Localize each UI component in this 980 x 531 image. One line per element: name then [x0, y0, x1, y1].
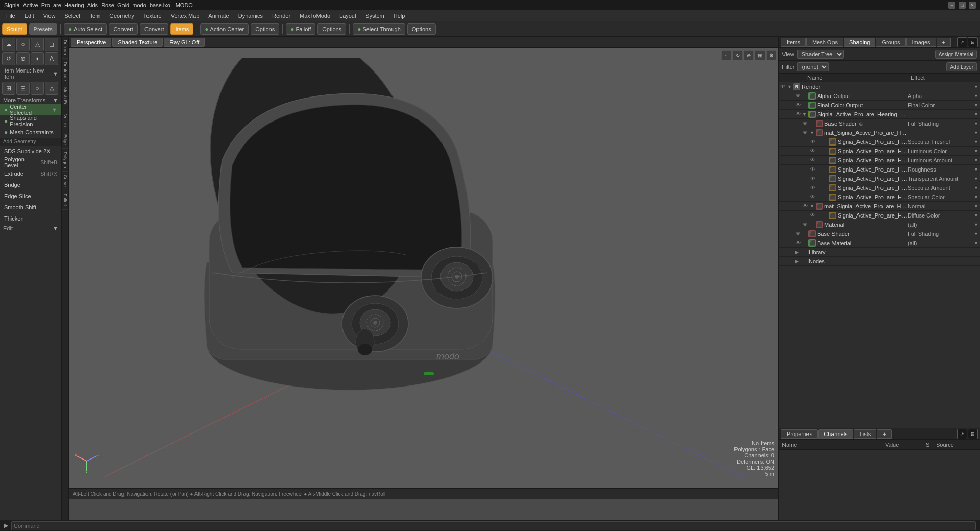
eye-gloss[interactable]: 👁	[808, 165, 817, 174]
tree-row-nodes[interactable]: ▶ Nodes	[779, 257, 980, 266]
tree-row-base-shader-top[interactable]: 👁 ⬛ Base Shader Full Shading ▼	[779, 229, 980, 238]
sphere-btn[interactable]: ○	[31, 82, 44, 95]
convert-button-2[interactable]: Convert	[140, 23, 169, 35]
menu-help[interactable]: Help	[389, 12, 409, 20]
tree-row-gloss[interactable]: 👁 ⬛ Signia_Active_Pro_are_Hearing_Aids_G…	[779, 165, 980, 174]
eye-refra[interactable]: 👁	[808, 175, 817, 183]
tool-btn-2[interactable]: ○	[16, 38, 30, 51]
expand-library[interactable]: ▶	[795, 250, 801, 255]
command-input[interactable]	[11, 521, 976, 530]
viewport-tab-raygl[interactable]: Ray GL: Off	[164, 38, 205, 47]
arrow-base-shader-top[interactable]: ▼	[974, 231, 980, 236]
eye-render[interactable]: 👁	[779, 83, 787, 91]
menu-layout[interactable]: Layout	[335, 12, 360, 20]
tree-row-render[interactable]: 👁 ▼ R Render ▼	[779, 82, 980, 91]
maximize-button[interactable]: □	[959, 2, 966, 9]
arrow-selfill1[interactable]: ▼	[974, 149, 980, 154]
viewport-fit-button[interactable]: ⊞	[755, 50, 765, 60]
arrow-material[interactable]: ▼	[974, 222, 980, 227]
arrow-render[interactable]: ▼	[974, 84, 980, 89]
sds-subdivide-button[interactable]: SDS Subdivide 2X	[0, 146, 61, 157]
viewport-rotate-button[interactable]: ↻	[732, 50, 743, 60]
arrow-base-material[interactable]: ▼	[974, 240, 980, 246]
eye-mat-normal[interactable]: 👁	[801, 202, 810, 210]
tab-shading[interactable]: Shading	[844, 38, 875, 47]
tab-properties[interactable]: Properties	[781, 429, 818, 439]
tree-row-base-material[interactable]: 👁 ⬛ Base Material (all) ▼	[779, 238, 980, 248]
tree-row-fresnel[interactable]: 👁 ⬛ Signia_Active_Pro_are_Hearing_Aids_F…	[779, 137, 980, 147]
sculpt-button[interactable]: Sculpt	[2, 23, 27, 35]
expand-nodes[interactable]: ▶	[795, 259, 801, 264]
arrow-gloss[interactable]: ▼	[974, 167, 980, 172]
extrude-button[interactable]: Extrude Shift+X	[0, 168, 61, 179]
eye-diffuse[interactable]: 👁	[808, 211, 817, 220]
menu-view[interactable]: View	[39, 12, 60, 20]
arrow-fresnel[interactable]: ▼	[974, 139, 980, 144]
expand-mat-signia[interactable]: ▼	[810, 130, 816, 135]
eye-mat-signia[interactable]: 👁	[801, 129, 810, 137]
bottom-collapse[interactable]: ⊟	[968, 429, 978, 439]
tool-btn-1[interactable]: ☁	[2, 38, 15, 51]
edge-slice-button[interactable]: Edge Slice	[0, 190, 61, 202]
tab-plus-bottom[interactable]: +	[877, 429, 891, 439]
item-menu-arrow[interactable]: ▼	[53, 70, 58, 77]
arrow-alpha[interactable]: ▼	[974, 93, 980, 99]
minimize-button[interactable]: −	[948, 2, 955, 9]
arrow-diffuse[interactable]: ▼	[974, 213, 980, 218]
right-panel-expand[interactable]: ↗	[957, 37, 967, 47]
tree-row-final-color[interactable]: 👁 ⬛ Final Color Output Final Color ▼	[779, 101, 980, 110]
tree-row-refle1[interactable]: 👁 ⬛ Signia_Active_Pro_are_Hearing_Aids_R…	[779, 183, 980, 192]
viewport-settings-button[interactable]: ⚙	[766, 50, 776, 60]
vtab-vertex[interactable]: Vertex	[62, 111, 68, 131]
auto-select-button[interactable]: ● Auto Select	[64, 23, 107, 35]
options-button-2[interactable]: Options	[317, 23, 346, 35]
items-button[interactable]: Items	[170, 23, 193, 35]
expand-signia-group[interactable]: ▼	[802, 112, 808, 117]
vtab-duplicate[interactable]: Duplicate	[62, 59, 68, 85]
arrow-signia-group[interactable]: ▼	[974, 112, 980, 117]
arrow-refra[interactable]: ▼	[974, 176, 980, 181]
smooth-shift-button[interactable]: Smooth Shift	[0, 202, 61, 213]
menu-maxtomodo[interactable]: MaxToModo	[296, 12, 334, 20]
arrow-mat-signia[interactable]: ▼	[974, 130, 980, 135]
eye-fresnel[interactable]: 👁	[808, 138, 817, 146]
tri-btn[interactable]: △	[45, 82, 58, 95]
tab-plus[interactable]: +	[937, 38, 951, 47]
viewport-zoom-button[interactable]: ⊕	[744, 50, 754, 60]
tool-btn-6[interactable]: ⊕	[16, 52, 30, 65]
viewport-tab-perspective[interactable]: Perspective	[71, 38, 111, 47]
vtab-polygon[interactable]: Polygon	[62, 149, 68, 172]
tab-groups[interactable]: Groups	[876, 38, 905, 47]
eye-selfill2[interactable]: 👁	[808, 156, 817, 164]
tree-row-selfill1[interactable]: 👁 ⬛ Signia_Active_Pro_are_Hearing_Aids_S…	[779, 147, 980, 156]
menu-file[interactable]: File	[2, 12, 19, 20]
bottom-expand[interactable]: ↗	[957, 429, 967, 439]
eye-alpha[interactable]: 👁	[794, 92, 802, 100]
menu-system[interactable]: System	[361, 12, 388, 20]
grid-btn-2[interactable]: ⊟	[16, 82, 30, 95]
tab-images[interactable]: Images	[906, 38, 936, 47]
tree-row-refra[interactable]: 👁 ⬛ Signia_Active_Pro_are_Hearing_Aids_R…	[779, 174, 980, 183]
tree-row-library[interactable]: ▶ Library	[779, 248, 980, 257]
tree-row-diffuse[interactable]: 👁 ⬛ Signia_Active_Pro_are_Hearing_Aids_D…	[779, 211, 980, 220]
select-through-button[interactable]: ● Select Through	[353, 23, 405, 35]
tree-row-signia-group[interactable]: 👁 ▼ ⬛ Signia_Active_Pro_are_Hearing_Aids…	[779, 110, 980, 119]
tree-row-material[interactable]: 👁 ⬛ Material (all) ▼	[779, 220, 980, 229]
tree-row-mat-signia[interactable]: 👁 ▼ ⬛ mat_Signia_Active_Pro_are_Hearing_…	[779, 128, 980, 137]
tab-channels[interactable]: Channels	[818, 429, 853, 439]
eye-selfill1[interactable]: 👁	[808, 147, 817, 155]
view-select[interactable]: Shader Tree	[797, 50, 844, 59]
menu-texture[interactable]: Texture	[139, 12, 166, 20]
eye-final-color[interactable]: 👁	[794, 101, 802, 109]
tool-btn-8[interactable]: A	[45, 52, 58, 65]
add-layer-button[interactable]: Add Layer	[946, 62, 977, 71]
menu-vertex-map[interactable]: Vertex Map	[167, 12, 204, 20]
eye-base-shader[interactable]: 👁	[801, 119, 810, 128]
eye-material[interactable]: 👁	[801, 221, 810, 229]
tab-mesh-ops[interactable]: Mesh Ops	[806, 38, 843, 47]
viewport-home-button[interactable]: ⌂	[721, 50, 731, 60]
tree-row-base-shader[interactable]: 👁 ⬛ Base Shader ⊕ Full Shading ▼	[779, 119, 980, 128]
tree-row-alpha[interactable]: 👁 ⬛ Alpha Output Alpha ▼	[779, 91, 980, 101]
menu-render[interactable]: Render	[268, 12, 295, 20]
mesh-constraints-button[interactable]: ● Mesh Constraints	[0, 127, 61, 138]
